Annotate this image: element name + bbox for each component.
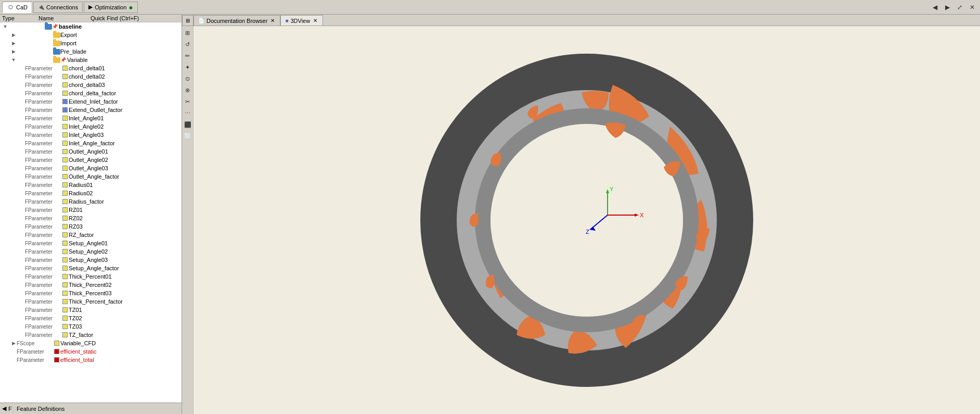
tree-item-9[interactable]: FParameterExtend_Inlet_factor — [0, 97, 182, 106]
tab-documentation-browser[interactable]: 📄 Documentation Browser ✕ — [194, 15, 280, 26]
tree-item-15[interactable]: FParameterOutlet_Angle01 — [0, 147, 182, 156]
param-icon — [61, 273, 69, 280]
3dview-close-button[interactable]: ✕ — [312, 18, 318, 24]
tree-arrow[interactable]: ▶ — [10, 32, 17, 37]
close-button[interactable]: ✕ — [966, 2, 978, 13]
tree-item-14[interactable]: FParameterInlet_Angle_factor — [0, 139, 182, 147]
param-icon — [61, 148, 69, 155]
tree-item-26[interactable]: FParameterSetup_Angle01 — [0, 239, 182, 247]
tree-item-label: Outlet_Angle03 — [69, 165, 108, 171]
param-icon — [61, 181, 69, 189]
sidebar-circle-btn[interactable]: ⊙ — [183, 74, 192, 83]
bottom-feature-def[interactable]: F Feature Definitions — [8, 406, 65, 412]
tree-item-38[interactable]: ▶FScopeVariable_CFD — [0, 339, 182, 347]
type-label: FParameter — [25, 191, 61, 196]
sidebar-star-btn[interactable]: ✦ — [183, 62, 192, 72]
tree-item-25[interactable]: FParameterRZ_factor — [0, 231, 182, 239]
tree-item-24[interactable]: FParameterRZ03 — [0, 222, 182, 231]
tree-item-18[interactable]: FParameterOutlet_Angle_factor — [0, 172, 182, 181]
tree-item-16[interactable]: FParameterOutlet_Angle02 — [0, 156, 182, 164]
tree-item-2[interactable]: ▶Import — [0, 39, 182, 47]
type-label: FParameter — [25, 157, 61, 163]
tree-arrow[interactable]: ▼ — [10, 57, 17, 62]
tree-item-36[interactable]: FParameterTZ03 — [0, 322, 182, 331]
tree-item-32[interactable]: FParameterThick_Percent03 — [0, 289, 182, 297]
tree-item-6[interactable]: FParameterchord_delta02 — [0, 72, 182, 81]
type-label: FParameter — [25, 149, 61, 155]
param-icon — [61, 315, 69, 322]
tree-item-34[interactable]: FParameterTZ01 — [0, 306, 182, 314]
tree-item-31[interactable]: FParameterThick_Percent02 — [0, 281, 182, 289]
optimization-icon: ▶ — [88, 4, 93, 10]
tree-item-label: Inlet_Angle02 — [69, 123, 104, 130]
sidebar-dots-btn[interactable]: ⋯ — [183, 108, 192, 118]
tree-item-label: RZ02 — [69, 215, 83, 221]
tree-arrow[interactable]: ▶ — [10, 41, 17, 46]
tree-item-7[interactable]: FParameterchord_delta03 — [0, 81, 182, 89]
tab-connections[interactable]: 🔌 Connections — [33, 2, 83, 13]
sidebar-scissors-btn[interactable]: ✂ — [183, 97, 192, 106]
param-icon — [61, 265, 69, 272]
svg-text:X: X — [640, 212, 644, 218]
col-quickfind: Quick Find (Ctrl+F) — [88, 15, 141, 21]
tree-item-1[interactable]: ▶Export — [0, 31, 182, 39]
tree-item-10[interactable]: FParameterExtend_Outlet_factor — [0, 106, 182, 114]
sidebar-cross-btn[interactable]: ⊗ — [183, 85, 192, 95]
doc-close-button[interactable]: ✕ — [269, 18, 276, 24]
tree-item-5[interactable]: FParameterchord_delta01 — [0, 64, 182, 72]
tree-item-21[interactable]: FParameterRadius_factor — [0, 197, 182, 206]
param-icon — [61, 223, 69, 230]
tree-item-17[interactable]: FParameterOutlet_Angle03 — [0, 164, 182, 172]
param-icon — [61, 298, 69, 305]
tab-connections-label: Connections — [46, 4, 78, 10]
tree-item-22[interactable]: FParameterRZ01 — [0, 206, 182, 214]
tree-item-28[interactable]: FParameterSetup_Angle03 — [0, 256, 182, 264]
expand-button[interactable]: ⤢ — [954, 2, 965, 13]
tree-item-12[interactable]: FParameterInlet_Angle02 — [0, 122, 182, 131]
type-label: FParameter — [25, 66, 61, 71]
tree-item-label: Setup_Angle03 — [69, 257, 108, 263]
sidebar-rotate-btn[interactable]: ↺ — [183, 40, 192, 49]
tree-item-29[interactable]: FParameterSetup_Angle_factor — [0, 264, 182, 272]
tree-arrow[interactable]: ▼ — [2, 24, 8, 29]
tree-item-label: RZ01 — [69, 207, 83, 213]
tree-item-37[interactable]: FParameterTZ_factor — [0, 331, 182, 339]
tree-item-27[interactable]: FParameterSetup_Angle02 — [0, 247, 182, 256]
tree-arrow[interactable]: ▶ — [10, 49, 17, 54]
tree-item-label: TZ03 — [69, 323, 82, 330]
tree-item-23[interactable]: FParameterRZ02 — [0, 214, 182, 222]
tree-item-4[interactable]: ▼📌Variable — [0, 56, 182, 64]
bottom-arrow-left[interactable]: ◀ — [2, 405, 6, 412]
back-button[interactable]: ◀ — [929, 2, 940, 13]
tree-item-label: Extend_Inlet_factor — [69, 98, 118, 105]
param-icon — [53, 348, 60, 355]
viewport[interactable]: Y X Z — [194, 26, 980, 414]
tree-item-11[interactable]: FParameterInlet_Angle01 — [0, 114, 182, 122]
tab-cad[interactable]: ⬡ CaD — [2, 2, 32, 13]
tree-item-8[interactable]: FParameterchord_delta_factor — [0, 89, 182, 97]
param-icon — [61, 90, 69, 97]
tree-item-33[interactable]: FParameterThick_Percent_factor — [0, 297, 182, 306]
tab-3dview[interactable]: ■ 3DView ✕ — [280, 15, 323, 26]
tree-item-0[interactable]: ▼📌baseline — [0, 22, 182, 31]
tree-item-13[interactable]: FParameterInlet_Angle03 — [0, 131, 182, 139]
sidebar-pencil-btn[interactable]: ✏ — [183, 51, 192, 60]
tree-item-39[interactable]: FParameterefficient_static — [0, 347, 182, 356]
tree-item-30[interactable]: FParameterThick_Percent01 — [0, 272, 182, 281]
forward-button[interactable]: ▶ — [942, 2, 953, 13]
tree-item-40[interactable]: FParameterefficient_total — [0, 356, 182, 364]
param-icon — [61, 290, 69, 297]
sidebar-view-btn[interactable]: ⊞ — [183, 28, 192, 37]
tab-optimization[interactable]: ▶ Optimization ● — [84, 2, 138, 13]
tree-item-label: Extend_Outlet_factor — [69, 107, 122, 113]
tree-item-20[interactable]: FParameterRadius02 — [0, 189, 182, 197]
tree-arrow[interactable]: ▶ — [10, 341, 17, 346]
sidebar-box-btn[interactable]: ⬛ — [183, 120, 192, 129]
tree-item-35[interactable]: FParameterTZ02 — [0, 314, 182, 322]
sidebar-box2-btn[interactable]: ⬜ — [183, 131, 192, 141]
type-label: FParameter — [25, 291, 61, 296]
tree-item-19[interactable]: FParameterRadius01 — [0, 181, 182, 189]
tree-item-3[interactable]: ▶Pre_blade — [0, 47, 182, 56]
tree-item-label: TZ01 — [69, 307, 82, 313]
tree-item-label: efficient_static — [60, 348, 97, 355]
